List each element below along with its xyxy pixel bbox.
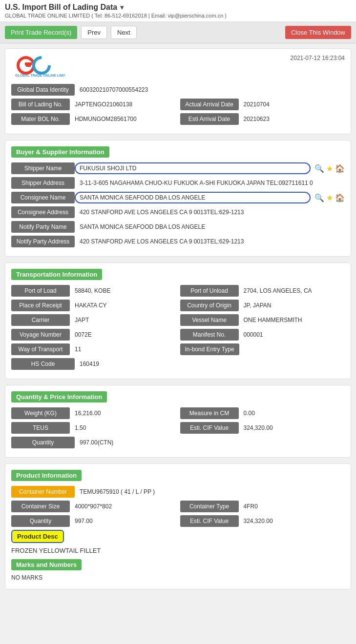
notify-party-name-label: Notify Party Name	[11, 221, 75, 233]
country-of-origin-value: JP, JAPAN	[239, 300, 345, 311]
esti-cif-value-value: 324,320.00	[239, 422, 345, 434]
consignee-name-value: SANTA MONICA SEAFOOD DBA LOS ANGELE	[75, 192, 311, 203]
country-origin-half: Country of Origin JP, JAPAN	[180, 300, 345, 311]
port-of-unload-value: 2704, LOS ANGELES, CA	[239, 285, 345, 297]
consignee-address-label: Consignee Address	[11, 206, 75, 218]
product-cif-half: Esti. CIF Value 324,320.00	[180, 515, 345, 527]
consignee-star-icon[interactable]: ★	[326, 193, 333, 202]
bol-arrival-row: Bill of Lading No. JAPTENGO21060138 Actu…	[11, 99, 345, 110]
vessel-name-label: Vessel Name	[180, 314, 239, 326]
product-title: Product Information	[11, 470, 82, 481]
global-data-identity-row: Global Data Identity 6003202107070005542…	[11, 84, 345, 96]
prev-button[interactable]: Prev	[81, 26, 107, 39]
dropdown-arrow-icon[interactable]: ▾	[120, 3, 124, 11]
consignee-name-wrap: SANTA MONICA SEAFOOD DBA LOS ANGELE 🔍 ★ …	[75, 192, 345, 203]
container-size-half: Container Size 4000*907*802	[11, 501, 176, 512]
way-of-transport-label: Way of Transport	[11, 343, 70, 355]
master-bol-no-value: HDMUNGOM28561700	[70, 113, 176, 125]
home-icon[interactable]: 🏠	[335, 164, 345, 173]
hs-code-value: 160419	[75, 358, 345, 370]
title-text: U.S. Import Bill of Lading Data	[5, 3, 117, 12]
place-receipt-country-row: Place of Receipt HAKATA CY Country of Or…	[11, 300, 345, 311]
consignee-home-icon[interactable]: 🏠	[335, 193, 345, 202]
hs-code-label: HS Code	[11, 358, 75, 370]
teus-half: TEUS 1.50	[11, 422, 176, 434]
header-card: GLOBAL TRADE ONLINE LIMITED 2021-07-12 1…	[5, 48, 351, 134]
voyage-number-label: Voyage Number	[11, 329, 70, 341]
actual-arrival-date-value: 20210704	[239, 99, 345, 110]
inbond-half: In-bond Entry Type	[180, 343, 345, 355]
marks-section: Marks and Numbers NO MARKS	[11, 559, 345, 583]
manifest-no-label: Manifest No.	[180, 329, 239, 341]
shipper-address-row: Shipper Address 3-11-3-605 NAGAHAMA CHUO…	[11, 177, 345, 189]
container-type-label: Container Type	[180, 501, 239, 512]
shipper-name-wrap: FUKUSUI SHOJI LTD 🔍 ★ 🏠	[75, 162, 345, 174]
in-bond-entry-type-label: In-bond Entry Type	[180, 343, 239, 355]
main-content: GLOBAL TRADE ONLINE LIMITED 2021-07-12 1…	[0, 43, 356, 600]
print-trade-record-button[interactable]: Print Trade Record(s)	[5, 26, 77, 39]
datetime-text: 2021-07-12 16:23:04	[291, 55, 345, 61]
port-unload-half: Port of Unload 2704, LOS ANGELES, CA	[180, 285, 345, 297]
place-of-receipt-label: Place of Receipt	[11, 300, 70, 311]
hs-code-row: HS Code 160419	[11, 358, 345, 370]
carrier-label: Carrier	[11, 314, 70, 326]
weight-kg-value: 16,216.00	[70, 407, 176, 419]
quantity-label: Quantity	[11, 437, 75, 448]
next-button[interactable]: Next	[111, 26, 137, 39]
shipper-name-row: Shipper Name FUKUSUI SHOJI LTD 🔍 ★ 🏠	[11, 162, 345, 174]
esti-arrival-date-value: 20210623	[239, 113, 345, 125]
container-size-type-row: Container Size 4000*907*802 Container Ty…	[11, 501, 345, 512]
close-window-button[interactable]: Close This Window	[285, 26, 351, 39]
product-esti-cif-label: Esti. CIF Value	[180, 515, 239, 527]
svg-text:GLOBAL TRADE ONLINE LIMITED: GLOBAL TRADE ONLINE LIMITED	[15, 74, 65, 77]
measure-in-cm-value: 0.00	[239, 407, 345, 419]
actual-arrival-date-label: Actual Arrival Date	[180, 99, 239, 110]
notify-party-address-row: Notify Party Address 420 STANFORD AVE LO…	[11, 236, 345, 247]
carrier-vessel-row: Carrier JAPT Vessel Name ONE HAMMERSMITH	[11, 314, 345, 326]
search-icon[interactable]: 🔍	[314, 164, 324, 173]
quantity-row: Quantity 997.00(CTN)	[11, 437, 345, 448]
gtc-logo: GLOBAL TRADE ONLINE LIMITED	[11, 55, 65, 79]
container-number-label: Container Number	[11, 486, 75, 498]
weight-kg-label: Weight (KG)	[11, 407, 70, 419]
weight-half: Weight (KG) 16,216.00	[11, 407, 176, 419]
shipper-address-value: 3-11-3-605 NAGAHAMA CHUO-KU FUKUOK A-SHI…	[75, 177, 345, 189]
carrier-half: Carrier JAPT	[11, 314, 176, 326]
product-esti-cif-value: 324,320.00	[239, 515, 345, 527]
way-transport-half: Way of Transport 11	[11, 343, 176, 355]
measure-half: Measure in CM 0.00	[180, 407, 345, 419]
container-size-value: 4000*907*802	[70, 501, 176, 512]
quantity-value: 997.00(CTN)	[75, 437, 345, 448]
place-receipt-half: Place of Receipt HAKATA CY	[11, 300, 176, 311]
notify-party-address-value: 420 STANFORD AVE LOS ANGELES CA 9 0013TE…	[75, 236, 345, 247]
measure-in-cm-label: Measure in CM	[180, 407, 239, 419]
notify-party-address-label: Notify Party Address	[11, 236, 75, 247]
marks-and-numbers-value: NO MARKS	[11, 572, 345, 583]
vessel-name-half: Vessel Name ONE HAMMERSMITH	[180, 314, 345, 326]
global-data-identity-value: 600320210707000554223	[75, 84, 345, 96]
bol-no-label: Bill of Lading No.	[11, 99, 70, 110]
notify-party-name-value: SANTA MONICA SEAFOOD DBA LOS ANGELE	[75, 221, 345, 233]
toolbar: Print Trade Record(s) Prev Next Close Th…	[0, 22, 356, 43]
container-type-half: Container Type 4FR0	[180, 501, 345, 512]
product-card: Product Information Container Number TEM…	[5, 463, 351, 589]
esti-cif-value-label: Esti. CIF Value	[180, 422, 239, 434]
voyage-half: Voyage Number 0072E	[11, 329, 176, 341]
quantity-price-card: Quantity & Price Information Weight (KG)…	[5, 385, 351, 458]
shipper-name-label: Shipper Name	[11, 162, 75, 174]
product-desc-section: Product Desc FROZEN YELLOWTAIL FILLET	[11, 530, 345, 556]
bol-no-value: JAPTENGO21060138	[70, 99, 176, 110]
weight-measure-row: Weight (KG) 16,216.00 Measure in CM 0.00	[11, 407, 345, 419]
port-of-load-label: Port of Load	[11, 285, 70, 297]
transportation-card: Transportation Information Port of Load …	[5, 262, 351, 379]
buyer-supplier-card: Buyer & Supplier Information Shipper Nam…	[5, 140, 351, 257]
consignee-search-icon[interactable]: 🔍	[314, 193, 324, 202]
transportation-title: Transportation Information	[11, 269, 102, 280]
place-of-receipt-value: HAKATA CY	[70, 300, 176, 311]
way-transport-inbond-row: Way of Transport 11 In-bond Entry Type	[11, 343, 345, 355]
consignee-icons: 🔍 ★ 🏠	[314, 193, 345, 202]
product-quantity-value: 997.00	[70, 515, 176, 527]
star-icon[interactable]: ★	[326, 164, 333, 173]
country-of-origin-label: Country of Origin	[180, 300, 239, 311]
product-qty-cif-row: Quantity 997.00 Esti. CIF Value 324,320.…	[11, 515, 345, 527]
